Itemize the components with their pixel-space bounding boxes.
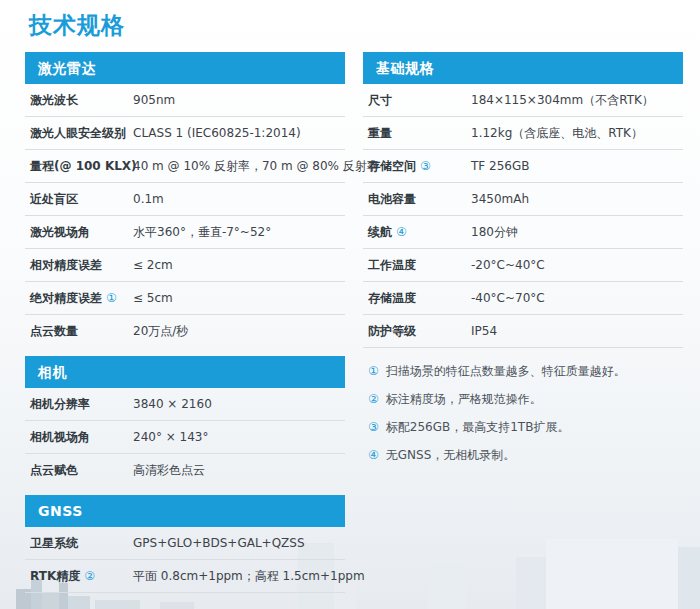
- spec-label: 存储温度: [363, 290, 471, 307]
- spec-label: 尺寸: [363, 92, 471, 109]
- section-basic: 基础规格 尺寸 184×115×304mm（不含RTK） 重量 1.12kg（含…: [363, 52, 683, 348]
- spec-label: RTK精度②: [25, 568, 133, 585]
- section-gnss: GNSS 卫星系统 GPS+GLO+BDS+GAL+QZSS RTK精度② 平面…: [25, 495, 345, 593]
- section-lidar: 激光雷达 激光波长 905nm 激光人眼安全级别 CLASS 1 (IEC608…: [25, 52, 345, 348]
- spec-label: 电池容量: [363, 191, 471, 208]
- spec-label: 点云数量: [25, 323, 133, 340]
- spec-value: 180分钟: [471, 224, 683, 241]
- spec-row: 近处盲区 0.1m: [25, 183, 345, 216]
- footnote-ref-2-icon: ②: [84, 569, 95, 583]
- spec-value: 905nm: [133, 93, 345, 107]
- spec-value: 3450mAh: [471, 192, 683, 206]
- footnote-text: 标注精度场，严格规范操作。: [386, 392, 542, 407]
- spec-label: 点云赋色: [25, 462, 133, 479]
- spec-row: 点云赋色 高清彩色点云: [25, 454, 345, 487]
- spec-row: 尺寸 184×115×304mm（不含RTK）: [363, 84, 683, 117]
- spec-label: 存储空间③: [363, 158, 471, 175]
- section-header-gnss: GNSS: [25, 495, 345, 527]
- spec-label: 激光视场角: [25, 224, 133, 241]
- spec-value: 0.1m: [133, 192, 345, 206]
- spec-columns: 激光雷达 激光波长 905nm 激光人眼安全级别 CLASS 1 (IEC608…: [25, 52, 683, 593]
- footnote-marker-3-icon: ③: [368, 420, 379, 435]
- footnote: ① 扫描场景的特征点数量越多、特征质量越好。: [368, 364, 683, 379]
- spec-value: ≤ 5cm: [133, 291, 345, 305]
- spec-label: 相机分辨率: [25, 396, 133, 413]
- spec-row: 重量 1.12kg（含底座、电池、RTK）: [363, 117, 683, 150]
- building-silhouette: [160, 602, 194, 609]
- footnote-text: 标配256GB，最高支持1TB扩展。: [386, 420, 570, 435]
- footnote-text: 无GNSS，无相机录制。: [386, 448, 516, 463]
- spec-value: 20万点/秒: [133, 323, 345, 340]
- section-header-lidar: 激光雷达: [25, 52, 345, 84]
- footnote: ② 标注精度场，严格规范操作。: [368, 392, 683, 407]
- spec-label: 防护等级: [363, 323, 471, 340]
- spec-label: 近处盲区: [25, 191, 133, 208]
- spec-value: -20°C~40°C: [471, 258, 683, 272]
- building-silhouette: [42, 592, 59, 609]
- page-title: 技术规格: [29, 12, 683, 39]
- spec-value: 184×115×304mm（不含RTK）: [471, 92, 683, 109]
- spec-row: 相对精度误差 ≤ 2cm: [25, 249, 345, 282]
- spec-value: ≤ 2cm: [133, 258, 345, 272]
- spec-row: 量程(@ 100 KLX) 40 m @ 10% 反射率，70 m @ 80% …: [25, 150, 345, 183]
- spec-value: 240° × 143°: [133, 430, 345, 444]
- footnote-marker-1-icon: ①: [368, 364, 379, 379]
- footnote-marker-4-icon: ④: [368, 448, 379, 463]
- footnotes: ① 扫描场景的特征点数量越多、特征质量越好。 ② 标注精度场，严格规范操作。 ③…: [363, 364, 683, 463]
- spec-value: 40 m @ 10% 反射率，70 m @ 80% 反射率: [133, 158, 379, 175]
- spec-label: 工作温度: [363, 257, 471, 274]
- spec-value: 1.12kg（含底座、电池、RTK）: [471, 125, 683, 142]
- footnote-ref-4-icon: ④: [396, 225, 407, 239]
- spec-row: 激光人眼安全级别 CLASS 1 (IEC60825-1:2014): [25, 117, 345, 150]
- spec-label: 重量: [363, 125, 471, 142]
- spec-row: 激光视场角 水平360°，垂直-7°~52°: [25, 216, 345, 249]
- spec-value: 3840 × 2160: [133, 397, 345, 411]
- footnote-marker-2-icon: ②: [368, 392, 379, 407]
- spec-row: 电池容量 3450mAh: [363, 183, 683, 216]
- spec-value: 平面 0.8cm+1ppm；高程 1.5cm+1ppm: [133, 568, 365, 585]
- spec-row: 激光波长 905nm: [25, 84, 345, 117]
- spec-label: 激光波长: [25, 92, 133, 109]
- spec-value: -40°C~70°C: [471, 291, 683, 305]
- spec-row: 防护等级 IP54: [363, 315, 683, 348]
- section-camera: 相机 相机分辨率 3840 × 2160 相机视场角 240° × 143° 点…: [25, 356, 345, 487]
- spec-value: TF 256GB: [471, 159, 683, 173]
- spec-value: IP54: [471, 324, 683, 338]
- spec-label: 量程(@ 100 KLX): [25, 158, 133, 175]
- spec-value: 水平360°，垂直-7°~52°: [133, 224, 345, 241]
- spec-row: 存储温度 -40°C~70°C: [363, 282, 683, 315]
- footnote: ④ 无GNSS，无相机录制。: [368, 448, 683, 463]
- spec-label: 续航④: [363, 224, 471, 241]
- footnote-text: 扫描场景的特征点数量越多、特征质量越好。: [386, 364, 626, 379]
- spec-label: 相对精度误差: [25, 257, 133, 274]
- spec-label: 相机视场角: [25, 429, 133, 446]
- spec-row: 卫星系统 GPS+GLO+BDS+GAL+QZSS: [25, 527, 345, 560]
- spec-row: 工作温度 -20°C~40°C: [363, 249, 683, 282]
- building-silhouette: [95, 600, 140, 609]
- footnote-ref-3-icon: ③: [420, 159, 431, 173]
- spec-row: 绝对精度误差① ≤ 5cm: [25, 282, 345, 315]
- spec-row: 相机视场角 240° × 143°: [25, 421, 345, 454]
- right-column: 基础规格 尺寸 184×115×304mm（不含RTK） 重量 1.12kg（含…: [363, 52, 683, 593]
- spec-page: 技术规格 激光雷达 激光波长 905nm 激光人眼安全级别 CLASS 1 (I…: [0, 0, 700, 593]
- spec-row: 续航④ 180分钟: [363, 216, 683, 249]
- section-header-camera: 相机: [25, 356, 345, 388]
- spec-row: 点云数量 20万点/秒: [25, 315, 345, 348]
- spec-value: 高清彩色点云: [133, 462, 345, 479]
- footnote-ref-1-icon: ①: [106, 291, 117, 305]
- building-silhouette: [68, 596, 90, 609]
- spec-value: CLASS 1 (IEC60825-1:2014): [133, 126, 345, 140]
- spec-row: 相机分辨率 3840 × 2160: [25, 388, 345, 421]
- spec-value: GPS+GLO+BDS+GAL+QZSS: [133, 536, 345, 550]
- spec-row: 存储空间③ TF 256GB: [363, 150, 683, 183]
- spec-row: RTK精度② 平面 0.8cm+1ppm；高程 1.5cm+1ppm: [25, 560, 345, 593]
- left-column: 激光雷达 激光波长 905nm 激光人眼安全级别 CLASS 1 (IEC608…: [25, 52, 345, 593]
- spec-label: 卫星系统: [25, 535, 133, 552]
- footnote: ③ 标配256GB，最高支持1TB扩展。: [368, 420, 683, 435]
- spec-label: 绝对精度误差①: [25, 290, 133, 307]
- section-header-basic: 基础规格: [363, 52, 683, 84]
- spec-label: 激光人眼安全级别: [25, 125, 133, 142]
